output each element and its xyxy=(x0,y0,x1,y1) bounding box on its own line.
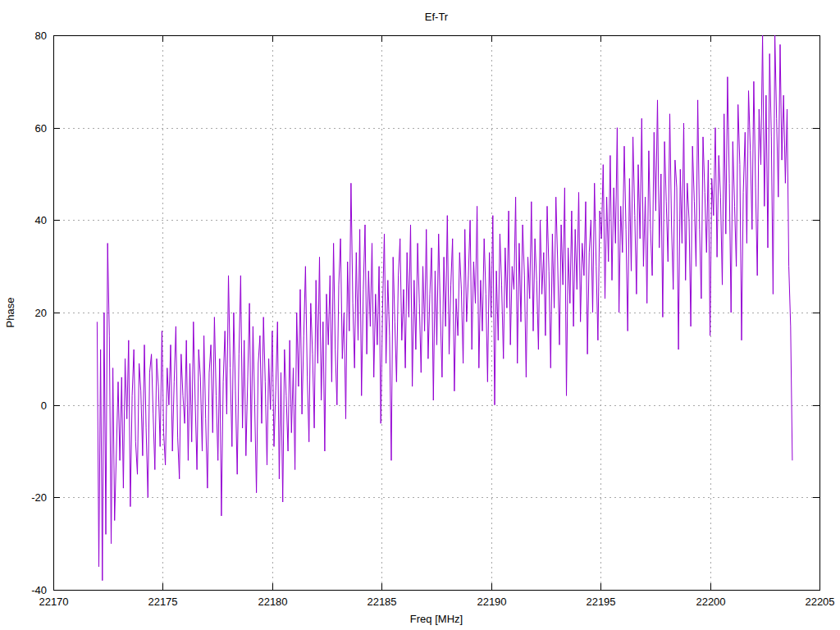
x-tick-label: 22195 xyxy=(586,596,615,608)
tick-labels-layer: 2217022175221802218522190221952220022205… xyxy=(31,30,834,609)
y-tick-label: 20 xyxy=(35,307,47,319)
plot-svg: 2217022175221802218522190221952220022205… xyxy=(0,0,840,630)
x-tick-label: 22190 xyxy=(477,596,506,608)
y-tick-label: 80 xyxy=(35,30,47,42)
x-tick-label: 22170 xyxy=(39,596,68,608)
x-axis-label: Freq [MHz] xyxy=(410,613,463,625)
data-line xyxy=(97,35,792,581)
x-tick-label: 22180 xyxy=(258,596,287,608)
chart-title: Ef-Tr xyxy=(425,11,449,23)
x-tick-label: 22185 xyxy=(367,596,396,608)
y-axis-label: Phase xyxy=(4,298,16,328)
x-tick-label: 22200 xyxy=(696,596,725,608)
plot-border xyxy=(54,36,820,591)
y-tick-label: -20 xyxy=(31,491,47,504)
y-tick-label: -40 xyxy=(31,584,47,596)
phase-chart: 2217022175221802218522190221952220022205… xyxy=(0,0,840,630)
ticks-layer xyxy=(53,35,820,591)
y-tick-label: 0 xyxy=(41,399,47,412)
x-tick-label: 22175 xyxy=(148,596,177,608)
y-tick-label: 60 xyxy=(35,122,47,135)
y-tick-label: 40 xyxy=(35,214,47,226)
grid-layer xyxy=(53,35,820,591)
x-tick-label: 22205 xyxy=(805,596,834,608)
